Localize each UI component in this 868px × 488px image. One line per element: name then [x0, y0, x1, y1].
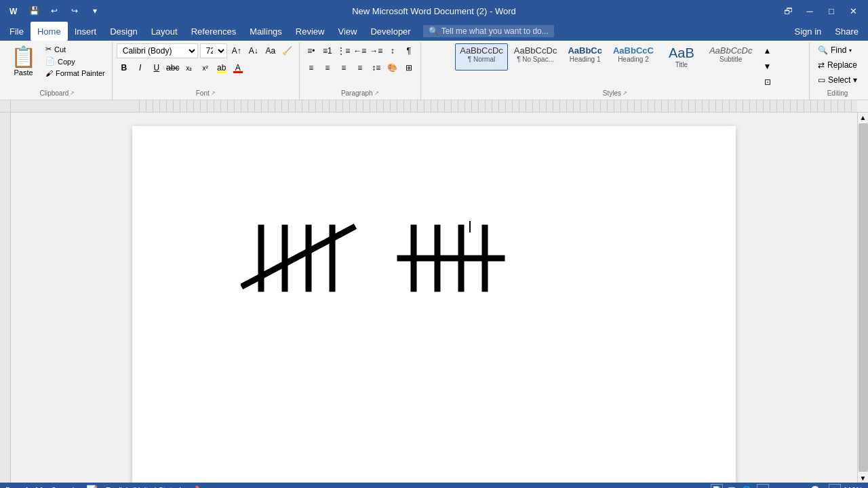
redo-button[interactable]: ↪ — [66, 3, 83, 19]
editing-buttons: 🔍 Find ▾ ⇄ Replace ▭ Select ▾ — [814, 43, 861, 87]
paste-button[interactable]: 📋 Paste — [7, 43, 40, 78]
align-right-button[interactable]: ≡ — [336, 60, 351, 75]
style-heading2-label: Heading 2 — [618, 56, 649, 63]
document-page[interactable] — [132, 126, 736, 483]
menu-view[interactable]: View — [331, 22, 363, 41]
font-size-select[interactable]: 72 — [200, 43, 227, 58]
style-heading1-label: Heading 1 — [570, 56, 601, 63]
menu-references[interactable]: References — [184, 22, 243, 41]
bold-button[interactable]: B — [117, 60, 132, 75]
shading-button[interactable]: 🎨 — [385, 60, 400, 75]
line-spacing-button[interactable]: ↕≡ — [369, 60, 384, 75]
find-dropdown-icon: ▾ — [849, 47, 852, 54]
vertical-scrollbar[interactable]: ▲ ▼ — [857, 113, 868, 483]
share-button[interactable]: Share — [828, 22, 865, 41]
style-title-preview: AaB — [669, 45, 694, 61]
decrease-indent-button[interactable]: ←≡ — [353, 43, 368, 58]
copy-button[interactable]: 📄 Copy — [43, 56, 108, 67]
menu-layout[interactable]: Layout — [144, 22, 184, 41]
cut-button[interactable]: ✂ Cut — [43, 43, 108, 55]
font-group: Calibri (Body) 72 A↑ A↓ Aa 🧹 B I U abc x… — [113, 42, 300, 100]
save-button[interactable]: 💾 — [26, 3, 42, 19]
paragraph-group: ≡• ≡1 ⋮≡ ←≡ →≡ ↕ ¶ ≡ ≡ ≡ ≡ ↕≡ 🎨 — [300, 42, 421, 100]
undo-button[interactable]: ↩ — [46, 3, 62, 19]
menu-insert[interactable]: Insert — [68, 22, 104, 41]
customize-quick-access-button[interactable]: ▾ — [87, 3, 103, 19]
bullets-button[interactable]: ≡• — [304, 43, 319, 58]
replace-button[interactable]: ⇄ Replace — [814, 58, 861, 72]
justify-button[interactable]: ≡ — [353, 60, 368, 75]
track-changes-icon[interactable]: 📌 — [190, 485, 200, 488]
read-mode-button[interactable]: 📖 — [726, 484, 738, 488]
decrease-font-size-button[interactable]: A↓ — [246, 43, 261, 58]
style-subtitle-preview: AaBbCcDc — [709, 45, 753, 56]
font-family-select[interactable]: Calibri (Body) — [117, 43, 198, 58]
font-controls: Calibri (Body) 72 A↑ A↓ Aa 🧹 B I U abc x… — [117, 43, 295, 89]
minimize-button[interactable]: ─ — [800, 1, 819, 20]
clear-formatting-button[interactable]: 🧹 — [280, 43, 295, 58]
styles-more-button[interactable]: ⊡ — [760, 75, 775, 89]
borders-button[interactable]: ⊞ — [401, 60, 416, 75]
proofing-icon[interactable]: 📝 — [86, 485, 98, 488]
print-layout-button[interactable]: 📄 — [711, 484, 723, 488]
clipboard-expand-icon[interactable]: ↗ — [70, 90, 75, 96]
menu-file[interactable]: File — [3, 22, 31, 41]
paragraph-expand-icon[interactable]: ↗ — [374, 90, 379, 96]
align-center-button[interactable]: ≡ — [320, 60, 335, 75]
menu-design[interactable]: Design — [103, 22, 144, 41]
styles-expand-icon[interactable]: ↗ — [623, 90, 627, 96]
subscript-button[interactable]: x₂ — [182, 60, 197, 75]
change-case-button[interactable]: Aa — [263, 43, 278, 58]
signin-button[interactable]: Sign in — [788, 22, 829, 41]
format-painter-icon: 🖌 — [45, 69, 53, 77]
increase-font-size-button[interactable]: A↑ — [229, 43, 244, 58]
font-color-button[interactable]: A — [231, 60, 245, 75]
web-layout-button[interactable]: 🌐 — [741, 484, 753, 488]
font-row-2: B I U abc x₂ x² ab A — [117, 60, 295, 75]
font-color-bar — [233, 71, 243, 73]
find-button[interactable]: 🔍 Find ▾ — [814, 43, 861, 57]
menu-developer[interactable]: Developer — [363, 22, 417, 41]
ruler-right-corner — [857, 100, 868, 112]
styles-scroll-down-button[interactable]: ▼ — [760, 59, 775, 74]
menu-mailings[interactable]: Mailings — [243, 22, 289, 41]
close-button[interactable]: ✕ — [844, 1, 863, 20]
style-nospacing-preview: AaBbCcDc — [514, 45, 557, 56]
numbering-button[interactable]: ≡1 — [320, 43, 335, 58]
show-paragraph-button[interactable]: ¶ — [401, 43, 416, 58]
align-left-button[interactable]: ≡ — [304, 60, 319, 75]
underline-button[interactable]: U — [149, 60, 164, 75]
sort-button[interactable]: ↕ — [385, 43, 400, 58]
menu-review[interactable]: Review — [289, 22, 332, 41]
style-heading1[interactable]: AaBbCc Heading 1 — [563, 43, 607, 70]
style-subtitle[interactable]: AaBbCcDc Subtitle — [705, 43, 757, 70]
document-scroll[interactable] — [11, 113, 857, 483]
format-painter-button[interactable]: 🖌 Format Painter — [43, 68, 108, 79]
clipboard-small-buttons: ✂ Cut 📄 Copy 🖌 Format Painter — [43, 43, 108, 79]
style-normal[interactable]: AaBbCcDc ¶ Normal — [455, 43, 508, 70]
style-title[interactable]: AaB Title — [660, 43, 703, 70]
style-no-spacing[interactable]: AaBbCcDc ¶ No Spac... — [509, 43, 562, 70]
styles-scroll-up-button[interactable]: ▲ — [760, 43, 775, 58]
tell-me-search[interactable]: 🔍 Tell me what you want to do... — [423, 25, 554, 37]
italic-button[interactable]: I — [133, 60, 148, 75]
strikethrough-button[interactable]: abc — [165, 60, 180, 75]
increase-indent-button[interactable]: →≡ — [369, 43, 384, 58]
text-highlight-button[interactable]: ab — [214, 60, 229, 75]
select-icon: ▭ — [818, 75, 825, 85]
superscript-button[interactable]: x² — [198, 60, 213, 75]
menu-home[interactable]: Home — [31, 22, 68, 41]
zoom-in-button[interactable]: + — [829, 484, 841, 488]
scroll-down-button[interactable]: ▼ — [859, 473, 868, 483]
restore-button[interactable]: 🗗 — [778, 1, 797, 20]
multilevel-list-button[interactable]: ⋮≡ — [336, 43, 351, 58]
scroll-up-button[interactable]: ▲ — [859, 113, 868, 122]
maximize-button[interactable]: □ — [822, 1, 841, 20]
zoom-out-button[interactable]: ─ — [757, 484, 769, 488]
copy-label: Copy — [58, 58, 75, 66]
window-title: New Microsoft Word Document (2) - Word — [352, 6, 516, 16]
style-heading2[interactable]: AaBbCcC Heading 2 — [608, 43, 658, 70]
font-expand-icon[interactable]: ↗ — [211, 90, 216, 96]
select-button[interactable]: ▭ Select ▾ — [814, 73, 861, 87]
scroll-thumb[interactable] — [859, 123, 868, 472]
